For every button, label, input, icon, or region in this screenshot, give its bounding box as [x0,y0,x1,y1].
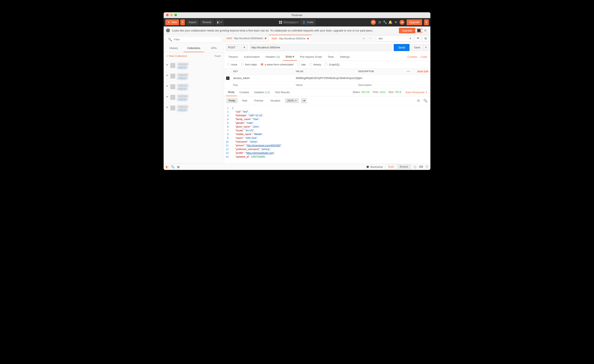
window-title: Postman [292,13,302,17]
kv-key-input[interactable]: access_token [233,76,250,80]
banner-upgrade-button[interactable]: Upgrade [399,28,415,33]
search-icon: 🔍 [168,38,172,41]
tab-settings[interactable]: Settings [337,53,352,61]
invite-button[interactable]: 👤 Invite [300,19,315,25]
body-type-form-data[interactable]: form-data [241,63,257,66]
kv-value-placeholder[interactable] [296,83,354,87]
tab-tests[interactable]: Tests [325,53,337,61]
new-tab-button[interactable]: ＋ [361,36,367,41]
user-avatar[interactable]: ◆ [399,20,405,25]
tab-apis[interactable]: APIs [204,44,224,52]
environment-quicklook-button[interactable]: 👁 [415,35,421,41]
kv-row-checkbox[interactable]: ✓ [226,76,230,80]
body-type-urlencoded[interactable]: x-www-form-urlencoded [261,63,293,66]
tab-history[interactable]: History [164,44,184,52]
tab-body[interactable]: Body [283,53,297,61]
tab-options-button[interactable]: ⋯ [367,36,373,40]
help-icon[interactable]: ?⃝ [425,165,428,169]
runner-button[interactable]: Runner [200,19,214,25]
code-link[interactable]: Code [419,55,429,58]
capture-icon[interactable]: ◔ [378,21,381,24]
tab-authorization[interactable]: Authorization [241,53,263,61]
collection-item[interactable]: ▸ redactedredacted [164,61,224,71]
view-visualize[interactable]: Visualize [268,98,283,103]
keyboard-icon[interactable]: ⌨ [419,165,423,169]
body-type-raw[interactable]: raw [297,63,306,66]
tab-prerequest[interactable]: Pre-request Script [297,53,325,61]
sidebar-toggle-icon[interactable]: ◧ [166,165,169,169]
sync-icon[interactable]: ⟳ [371,20,376,25]
workspace-name[interactable]: Workspace ▾ [283,21,299,24]
request-tab[interactable]: POST http://localhost:3000/token [224,35,269,42]
trash-link[interactable]: Trash [214,54,221,58]
response-tab-cookies[interactable]: Cookies [237,89,252,96]
maximize-window-icon[interactable] [175,14,177,16]
console-icon[interactable]: ▣ [177,165,180,169]
body-type-binary[interactable]: binary [310,63,321,66]
bootcamp-icon: 🎓 [366,165,369,169]
collection-item[interactable]: ▸ redactedredacted [164,71,224,82]
filter-input[interactable] [174,38,219,41]
tab-headers[interactable]: Headers (9) [263,53,283,61]
collection-item[interactable]: ▸ redactedredacted [164,103,224,114]
kv-value-input[interactable]: I6WB2g0Rq9G307pPVTDhN5vKuyC9eWJrGjxsO2j6… [296,76,363,80]
response-tab-body[interactable]: Body [226,88,237,96]
heart-icon[interactable]: ♥ [394,21,398,24]
kv-key-placeholder[interactable] [233,83,292,87]
banner-close-icon[interactable]: ✕ [423,28,428,33]
main-panel: POST http://localhost:3000/token POST ht… [224,35,430,164]
wrap-lines-button[interactable]: ⇥ [301,98,307,103]
import-button[interactable]: Import [186,19,199,25]
environment-select[interactable]: dev ▼ [376,35,414,41]
response-body[interactable]: 1234567891011121314 { "sub": "test", "bi… [224,105,430,164]
view-pretty[interactable]: Pretty [226,98,238,103]
notifications-bell-icon[interactable]: 🔔 [389,21,392,24]
url-input[interactable]: http://localhost:3000/me [249,44,392,51]
upgrade-dropdown[interactable]: ▼ [424,19,429,25]
copy-response-icon[interactable]: ⧉ [416,99,420,102]
cookies-link[interactable]: Cookies [406,55,419,58]
collection-item[interactable]: ▸ redactedredacted [164,82,224,92]
format-select[interactable]: JSON ▼ [285,98,299,103]
find-icon[interactable]: 🔍 [171,165,175,169]
response-tab-tests[interactable]: Test Results [273,89,292,96]
send-button[interactable]: Send [394,44,410,51]
tab-collections[interactable]: Collections [184,44,204,52]
open-new-dropdown[interactable]: ◧▼ [215,19,224,25]
tab-params[interactable]: Params [226,53,241,61]
body-type-graphql[interactable]: GraphQL [325,63,340,66]
view-raw[interactable]: Raw [240,98,250,103]
search-response-icon[interactable]: 🔍 [422,99,428,102]
bootcamp-button[interactable]: 🎓 Bootcamp [366,165,383,169]
body-type-none[interactable]: none [227,63,237,66]
browse-tab[interactable]: Browse [397,164,411,169]
upgrade-button[interactable]: Upgrade [407,19,422,25]
new-button[interactable]: ＋ New [165,19,179,25]
save-dropdown[interactable]: ▼ [423,44,429,51]
minimize-window-icon[interactable] [170,14,173,16]
collection-list: ▸ redactedredacted▸ redactedredacted▸ re… [164,60,224,164]
save-button[interactable]: Save [411,44,423,51]
close-window-icon[interactable] [166,14,169,16]
kv-desc-placeholder[interactable] [358,83,401,87]
panes-icon[interactable]: ◫ [414,165,416,169]
environment-settings-button[interactable]: ⚙ [422,35,429,41]
kv-value-header: VALUE [294,68,356,75]
new-button-dropdown[interactable]: ▼ [180,19,185,25]
sidebar-filter[interactable]: 🔍 [165,36,222,43]
collection-icon [170,106,175,110]
view-preview[interactable]: Preview [252,98,266,103]
new-collection-button[interactable]: + New Collection [167,54,187,58]
response-tab-headers[interactable]: Headers (13) [252,89,273,96]
settings-wrench-icon[interactable]: 🔧 [383,21,387,24]
build-tab[interactable]: Build [385,164,397,169]
save-response-button[interactable]: Save Response ▼ [404,91,429,94]
sidebar-tabs: History Collections APIs [164,44,224,52]
collection-item[interactable]: ▸ redactedredacted [164,92,224,103]
bulk-edit-link[interactable]: Bulk Edit [418,70,428,73]
kv-options-button[interactable]: ••• [407,70,410,73]
request-tab[interactable]: POST http://localhost:3000/me [269,35,312,42]
build-browse-toggle[interactable]: Build Browse [385,164,411,169]
banner-check-usage-link[interactable]: Check Usage [417,29,421,32]
method-select[interactable]: POST ▼ [226,44,248,51]
